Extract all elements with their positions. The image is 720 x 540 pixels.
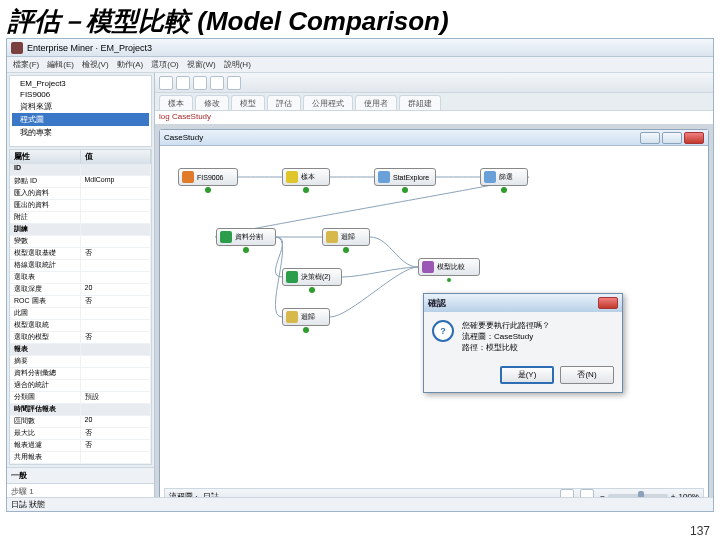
menu-item[interactable]: 動作(A)	[117, 59, 144, 70]
property-row[interactable]: 匯出的資料	[10, 200, 151, 212]
project-tree[interactable]: EM_Project3 FIS9006 資料來源 程式圖 我的專案	[9, 75, 152, 147]
tree-item[interactable]: 我的專案	[12, 126, 149, 139]
tab[interactable]: 樣本	[159, 95, 193, 110]
menu-item[interactable]: 視窗(W)	[187, 59, 216, 70]
properties-col-name: 屬性	[10, 150, 81, 164]
diagram-node[interactable]: 樣本	[282, 168, 330, 186]
dialog-titlebar: 確認	[424, 294, 622, 312]
node-port[interactable]	[303, 327, 309, 333]
diagram-node[interactable]: FIS9006	[178, 168, 238, 186]
diagram-node[interactable]: 迴歸	[322, 228, 370, 246]
node-port[interactable]	[243, 247, 249, 253]
menu-item[interactable]: 說明(H)	[224, 59, 251, 70]
tab[interactable]: 評估	[267, 95, 301, 110]
command-line[interactable]: log CaseStudy	[155, 111, 713, 125]
node-port[interactable]	[446, 277, 452, 283]
question-icon: ?	[432, 320, 454, 342]
node-label: 樣本	[301, 172, 315, 182]
dialog-close-button[interactable]	[598, 297, 618, 309]
node-port[interactable]	[205, 187, 211, 193]
property-row[interactable]: 選取的模型否	[10, 332, 151, 344]
tab-bar: 樣本修改模型評估公用程式使用者群組建	[155, 93, 713, 111]
property-group: 時間評估報表	[10, 404, 151, 416]
node-icon	[182, 171, 194, 183]
diagram-node[interactable]: 資料分割	[216, 228, 276, 246]
property-row[interactable]: 選取深度20	[10, 284, 151, 296]
tab[interactable]: 修改	[195, 95, 229, 110]
menu-item[interactable]: 檔案(F)	[13, 59, 39, 70]
dialog-line1: 您確要要執行此路徑嗎？	[462, 320, 550, 331]
property-row[interactable]: 模型選取統	[10, 320, 151, 332]
node-icon	[378, 171, 390, 183]
toolbar	[155, 73, 713, 93]
menu-item[interactable]: 選項(O)	[151, 59, 179, 70]
maximize-button[interactable]	[662, 132, 682, 144]
tree-item[interactable]: FIS9006	[12, 89, 149, 100]
toolbar-button[interactable]	[159, 76, 173, 90]
node-port[interactable]	[402, 187, 408, 193]
menu-item[interactable]: 編輯(E)	[47, 59, 74, 70]
right-panel: 樣本修改模型評估公用程式使用者群組建 log CaseStudy CaseStu…	[155, 73, 713, 511]
page-number: 137	[690, 524, 710, 538]
dialog-line2: 流程圖：CaseStudy	[462, 331, 550, 342]
property-row[interactable]: 變數	[10, 236, 151, 248]
tab[interactable]: 公用程式	[303, 95, 353, 110]
property-row[interactable]: 適合的統計	[10, 380, 151, 392]
property-row[interactable]: 最大比否	[10, 428, 151, 440]
property-row[interactable]: 選取表	[10, 272, 151, 284]
tree-item[interactable]: EM_Project3	[12, 78, 149, 89]
node-label: 決策樹(2)	[301, 272, 331, 282]
minimize-button[interactable]	[640, 132, 660, 144]
app-title: Enterprise Miner · EM_Project3	[27, 43, 152, 53]
tree-item[interactable]: 程式圖	[12, 113, 149, 126]
dialog-title: 確認	[428, 297, 446, 310]
diagram-node[interactable]: 迴歸	[282, 308, 330, 326]
close-button[interactable]	[684, 132, 704, 144]
tree-item[interactable]: 資料來源	[12, 100, 149, 113]
property-row[interactable]: ROC 圖表否	[10, 296, 151, 308]
main-area: EM_Project3 FIS9006 資料來源 程式圖 我的專案 屬性 值 I…	[7, 73, 713, 511]
tab[interactable]: 使用者	[355, 95, 397, 110]
properties-header: 屬性 值	[10, 150, 151, 164]
diagram-node[interactable]: 決策樹(2)	[282, 268, 342, 286]
toolbar-button[interactable]	[176, 76, 190, 90]
tab[interactable]: 模型	[231, 95, 265, 110]
node-port[interactable]	[309, 287, 315, 293]
dialog-no-button[interactable]: 否(N)	[560, 366, 614, 384]
menu-item[interactable]: 檢視(V)	[82, 59, 109, 70]
app-window: Enterprise Miner · EM_Project3 檔案(F)編輯(E…	[6, 38, 714, 512]
property-row[interactable]: 資料分割彙總	[10, 368, 151, 380]
property-row[interactable]: 共用報表	[10, 452, 151, 464]
toolbar-button[interactable]	[210, 76, 224, 90]
node-label: FIS9006	[197, 174, 223, 181]
app-logbar: 日誌 狀態	[7, 497, 713, 511]
property-group: ID	[10, 164, 151, 176]
property-row[interactable]: 此圖	[10, 308, 151, 320]
tab[interactable]: 群組建	[399, 95, 441, 110]
toolbar-button[interactable]	[227, 76, 241, 90]
property-row[interactable]: 匯入的資料	[10, 188, 151, 200]
node-label: 篩選	[499, 172, 513, 182]
diagram-node[interactable]: 篩選	[480, 168, 528, 186]
property-row[interactable]: 分類圖預設	[10, 392, 151, 404]
node-port[interactable]	[303, 187, 309, 193]
property-row[interactable]: 模型選取基礎否	[10, 248, 151, 260]
dialog-text: 您確要要執行此路徑嗎？ 流程圖：CaseStudy 路徑：模型比較	[462, 320, 550, 354]
diagram-titlebar: CaseStudy	[160, 130, 708, 146]
diagram-node[interactable]: 模型比較	[418, 258, 480, 276]
node-port[interactable]	[501, 187, 507, 193]
property-row[interactable]: 格線選取統計	[10, 260, 151, 272]
node-label: 資料分割	[235, 232, 263, 242]
property-group: 報表	[10, 344, 151, 356]
diagram-node[interactable]: StatExplore	[374, 168, 436, 186]
node-port[interactable]	[343, 247, 349, 253]
confirm-dialog: 確認 ? 您確要要執行此路徑嗎？ 流程圖：CaseStudy 路徑：模型比較	[423, 293, 623, 393]
dialog-yes-button[interactable]: 是(Y)	[500, 366, 554, 384]
app-titlebar: Enterprise Miner · EM_Project3	[7, 39, 713, 57]
property-row[interactable]: 摘要	[10, 356, 151, 368]
toolbar-button[interactable]	[193, 76, 207, 90]
property-row[interactable]: 節點 IDMdlComp	[10, 176, 151, 188]
property-row[interactable]: 報表過濾否	[10, 440, 151, 452]
property-row[interactable]: 附註	[10, 212, 151, 224]
property-row[interactable]: 區間數20	[10, 416, 151, 428]
